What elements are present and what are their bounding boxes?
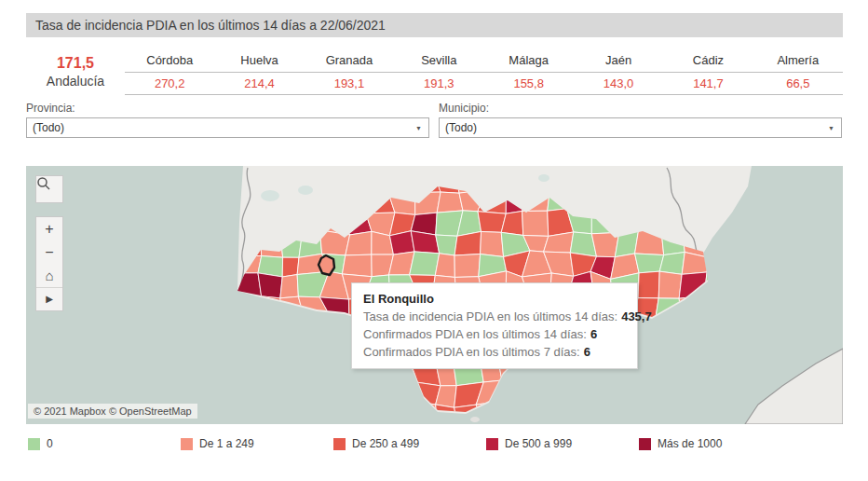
legend-swatch [639,438,651,450]
province-column: Málaga 155,8 [484,48,574,97]
municipality-cell[interactable] [282,257,299,277]
lake [538,174,549,182]
legend-item: Más de 1000 [639,435,722,452]
province-name: Córdoba [125,48,214,73]
chevron-down-icon: ▼ [415,125,422,131]
province-name: Jaén [574,48,663,73]
kpi-region-label: Andalucía [26,72,125,90]
province-column: Huelva 214,4 [214,48,304,97]
search-icon [36,176,51,191]
province-value: 141,7 [663,73,753,95]
map-search-button[interactable] [35,175,63,203]
province-name: Granada [305,48,394,73]
municipality-cell[interactable] [522,211,549,236]
legend-item: De 250 a 499 [333,435,419,452]
province-name: Sevilla [394,48,483,73]
municipality-cell[interactable] [389,231,414,254]
province-column: Córdoba 270,2 [125,48,214,97]
province-column: Sevilla 191,3 [394,48,483,97]
islet [470,417,480,422]
kpi-row: 171,5 Andalucía Córdoba 270,2 Huelva 214… [26,48,843,97]
tooltip-value: 6 [590,327,597,341]
zoom-in-button[interactable]: + [36,217,62,240]
municipality-cell[interactable] [411,231,439,254]
tooltip-title: El Ronquillo [363,291,626,308]
legend-swatch [181,438,193,450]
province-column: Jaén 143,0 [574,48,663,97]
municipality-cell[interactable] [635,254,664,273]
municipality-cell[interactable] [658,271,682,298]
legend-swatch [486,438,498,450]
tooltip-label: Tasa de incidencia PDIA en los últimos 1… [363,309,617,323]
province-column: Granada 193,1 [305,48,394,97]
home-icon[interactable]: ⌂ [36,264,62,287]
provincia-label: Provincia: [26,102,429,115]
legend-label: 0 [47,437,53,450]
municipio-select[interactable]: (Todo) ▼ [439,117,842,138]
province-value: 270,2 [125,73,214,95]
legend-swatch [333,438,346,450]
legend-swatch [28,438,40,450]
province-value: 155,8 [484,73,574,95]
municipality-cell[interactable] [659,253,685,275]
legend-label: Más de 1000 [658,437,722,450]
province-table: Córdoba 270,2 Huelva 214,4 Granada 193,1… [125,48,843,97]
dashboard: Tasa de incidencia PDIA en los últimos 1… [0,0,868,481]
municipality-highlight-el-ronquillo[interactable] [319,255,334,275]
tooltip-row: Tasa de incidencia PDIA en los últimos 1… [363,308,626,325]
tooltip-label: Confirmados PDIA en los últimos 14 días: [363,327,587,341]
province-value: 193,1 [305,73,394,95]
map-attribution[interactable]: © 2021 Mapbox © OpenStreetMap [28,404,197,419]
filter-municipio: Municipio: (Todo) ▼ [439,102,842,138]
report-title: Tasa de incidencia PDIA en los últimos 1… [26,13,843,37]
municipality-cell[interactable] [454,254,481,278]
province-value: 143,0 [574,73,663,95]
municipio-label: Municipio: [439,102,842,115]
province-name: Huelva [214,48,304,73]
legend-item: De 500 a 999 [486,435,572,452]
province-name: Almería [753,48,843,73]
provincia-select[interactable]: (Todo) ▼ [26,117,429,138]
province-column: Cádiz 141,7 [663,48,753,97]
chevron-down-icon: ▼ [828,125,834,131]
municipality-cell[interactable] [638,271,659,298]
municipality-cell[interactable] [435,254,454,278]
tooltip-row: Confirmados PDIA en los últimos 7 días:6 [363,343,626,361]
municipality-cell[interactable] [280,275,299,298]
province-value: 191,3 [394,73,483,95]
tooltip-value: 435,7 [621,309,652,323]
tooltip-value: 6 [584,345,590,359]
filter-row: Provincia: (Todo) ▼ Municipio: (Todo) ▼ [26,102,843,138]
province-name: Cádiz [663,48,753,73]
provincia-selected-value: (Todo) [33,121,64,134]
municipality-cell[interactable] [346,231,372,255]
lake [261,190,279,201]
zoom-out-button[interactable]: − [36,240,62,264]
legend: 0 De 1 a 249 De 250 a 499 De 500 a 999 M… [26,435,843,454]
municipality-cell[interactable] [342,254,372,277]
province-column: Almería 66,5 [753,48,843,97]
lake [298,186,313,195]
kpi-value: 171,5 [26,48,125,72]
legend-label: De 1 a 249 [199,437,254,450]
expand-icon[interactable]: ▶ [36,287,62,310]
tooltip-row: Confirmados PDIA en los últimos 14 días:… [363,325,626,343]
map-zoom-controls: + − ⌂ ▶ [35,216,63,311]
municipality-cell[interactable] [437,192,463,213]
municipality-cell[interactable] [410,252,440,275]
tooltip-label: Confirmados PDIA en los últimos 7 días: [363,345,580,359]
legend-item: De 1 a 249 [181,435,254,452]
legend-item: 0 [28,435,53,452]
municipality-cell[interactable] [258,273,282,298]
province-value: 214,4 [214,73,304,95]
kpi-andalucia: 171,5 Andalucía [26,48,125,97]
province-name: Málaga [484,48,574,73]
province-value: 66,5 [753,73,843,95]
filter-provincia: Provincia: (Todo) ▼ [26,102,429,138]
map-panel[interactable]: + − ⌂ ▶ El Ronquillo Tasa de incidencia … [26,166,843,424]
municipality-cell[interactable] [481,231,504,256]
legend-label: De 500 a 999 [505,437,572,450]
municipality-cell[interactable] [436,235,457,255]
municipio-selected-value: (Todo) [445,121,477,134]
map-tooltip: El Ronquillo Tasa de incidencia PDIA en … [351,282,638,369]
